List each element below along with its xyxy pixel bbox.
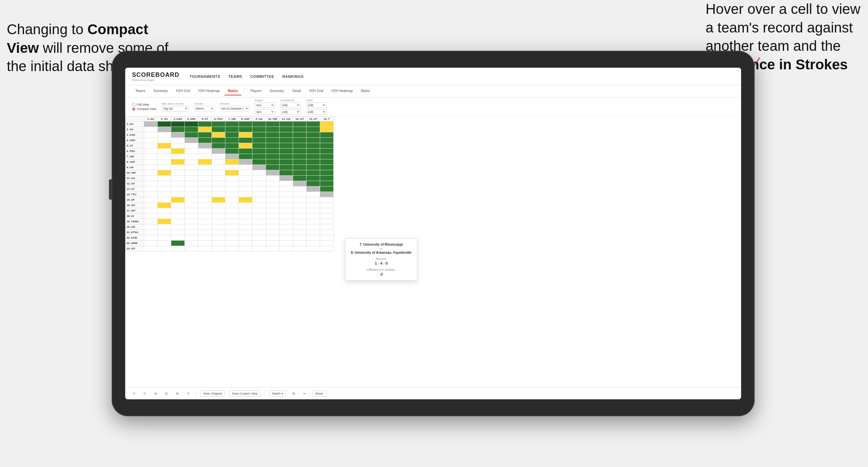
matrix-cell[interactable] [144,176,158,181]
matrix-cell[interactable] [198,241,212,246]
matrix-cell[interactable] [212,176,225,181]
toolbar-save-custom[interactable]: Save Custom View [229,391,261,397]
matrix-cell[interactable] [293,203,307,208]
matrix-cell[interactable] [212,170,225,176]
matrix-cell[interactable] [144,149,158,154]
matrix-cell[interactable] [144,170,158,176]
matrix-cell[interactable] [198,121,212,127]
matrix-cell[interactable] [307,143,320,149]
subnav-h2h-grid1[interactable]: H2H Grid [173,87,194,95]
matrix-cell[interactable] [144,192,158,197]
matrix-cell[interactable] [198,181,212,186]
matrix-cell[interactable] [266,143,280,149]
matrix-cell[interactable] [307,170,320,176]
matrix-cell[interactable] [266,208,280,214]
nav-tournaments[interactable]: TOURNAMENTS [190,73,220,80]
filter-gender-select[interactable]: Men's [194,106,215,111]
subnav-h2h-grid2[interactable]: H2H Grid [306,87,327,95]
matrix-cell[interactable] [198,197,212,203]
matrix-cell[interactable] [266,154,280,159]
matrix-cell[interactable] [212,192,225,197]
filter-division-select[interactable]: NCAA Division I [220,106,249,111]
toolbar-share[interactable]: Share [312,391,326,397]
matrix-cell[interactable] [252,121,266,127]
matrix-cell[interactable] [307,121,320,127]
matrix-cell[interactable] [266,181,280,186]
filter-conference-select2[interactable]: (All) [281,109,301,115]
matrix-cell[interactable] [185,208,198,214]
matrix-cell[interactable] [171,170,185,176]
matrix-cell[interactable] [239,186,252,192]
matrix-cell[interactable] [158,159,171,165]
matrix-cell[interactable] [158,224,171,230]
toolbar-icon1[interactable]: ⊞ [290,391,297,396]
matrix-cell[interactable] [158,214,171,219]
matrix-cell[interactable] [198,235,212,241]
matrix-cell[interactable] [225,186,239,192]
matrix-cell[interactable] [239,176,252,181]
matrix-cell[interactable] [293,170,307,176]
matrix-cell[interactable] [171,241,185,246]
matrix-cell[interactable] [171,159,185,165]
matrix-cell[interactable] [225,127,239,132]
matrix-cell[interactable] [212,241,225,246]
matrix-cell[interactable] [280,246,293,251]
matrix-cell[interactable] [252,132,266,138]
matrix-cell[interactable] [266,165,280,170]
matrix-cell[interactable] [320,224,334,230]
matrix-cell[interactable] [144,235,158,241]
toolbar-add[interactable]: ⊕ [152,391,159,396]
matrix-cell[interactable] [225,154,239,159]
matrix-cell[interactable] [144,138,158,143]
matrix-cell[interactable] [158,149,171,154]
matrix-cell[interactable] [252,154,266,159]
filter-team-select2[interactable]: (All) [306,109,327,115]
matrix-cell[interactable] [171,219,185,224]
matrix-cell[interactable] [293,235,307,241]
matrix-cell[interactable] [144,132,158,138]
matrix-cell[interactable] [252,165,266,170]
matrix-cell[interactable] [171,235,185,241]
matrix-cell[interactable] [307,192,320,197]
matrix-cell[interactable] [320,127,334,132]
matrix-cell[interactable] [171,121,185,127]
matrix-cell[interactable] [212,165,225,170]
matrix-cell[interactable] [225,132,239,138]
matrix-cell[interactable] [280,132,293,138]
matrix-cell[interactable] [212,208,225,214]
matrix-cell[interactable] [280,149,293,154]
matrix-cell[interactable] [266,176,280,181]
matrix-cell[interactable] [293,208,307,214]
matrix-cell[interactable] [144,181,158,186]
matrix-cell[interactable] [144,219,158,224]
matrix-cell[interactable] [266,224,280,230]
matrix-cell[interactable] [185,170,198,176]
matrix-cell[interactable] [144,246,158,251]
matrix-cell[interactable] [198,192,212,197]
matrix-cell[interactable] [252,149,266,154]
matrix-cell[interactable] [266,246,280,251]
matrix-cell[interactable] [225,203,239,208]
matrix-cell[interactable] [171,165,185,170]
matrix-cell[interactable] [225,143,239,149]
subnav-summary2[interactable]: Summary [266,87,288,95]
matrix-cell[interactable] [266,170,280,176]
matrix-cell[interactable] [320,246,334,251]
matrix-cell[interactable] [185,143,198,149]
matrix-cell[interactable] [158,197,171,203]
matrix-cell[interactable] [320,154,334,159]
matrix-cell[interactable] [198,132,212,138]
matrix-cell[interactable] [185,121,198,127]
matrix-cell[interactable] [266,186,280,192]
matrix-cell[interactable] [307,159,320,165]
matrix-cell[interactable] [185,224,198,230]
matrix-cell[interactable] [280,138,293,143]
matrix-cell[interactable] [185,246,198,251]
matrix-cell[interactable] [293,219,307,224]
matrix-cell[interactable] [320,165,334,170]
matrix-cell[interactable] [198,170,212,176]
matrix-cell[interactable] [225,197,239,203]
matrix-cell[interactable] [266,127,280,132]
matrix-cell[interactable] [320,219,334,224]
matrix-cell[interactable] [293,165,307,170]
